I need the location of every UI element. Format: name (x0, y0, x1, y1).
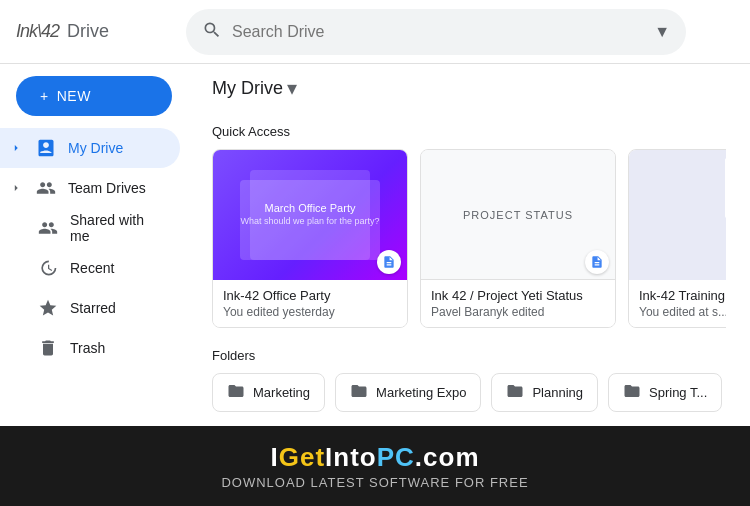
sidebar-item-my-drive[interactable]: My Drive (0, 128, 180, 168)
folder-marketing-label: Marketing (253, 385, 310, 400)
folder-planning-label: Planning (532, 385, 583, 400)
my-drive-icon (36, 138, 56, 158)
new-button-plus: + (40, 88, 49, 104)
folder-icon-2 (350, 382, 368, 403)
sidebar-item-recent-label: Recent (70, 260, 114, 276)
header: Ink\42 Drive ▼ (0, 0, 750, 64)
qa-card-subtitle-3: You edited at s... (639, 305, 726, 319)
sidebar-item-starred-label: Starred (70, 300, 116, 316)
qa-card-info-2: Ink 42 / Project Yeti Status Pavel Baran… (421, 280, 615, 327)
app-wrapper: Ink\42 Drive ▼ + NEW (0, 0, 750, 506)
doc-chip-1 (377, 250, 401, 274)
folder-marketing[interactable]: Marketing (212, 373, 325, 412)
trash-icon (38, 338, 58, 358)
sidebar-item-shared-label: Shared with me (70, 212, 164, 244)
sidebar-item-shared[interactable]: Shared with me (0, 208, 180, 248)
watermark-text-main: IGetIntoPC.com (221, 442, 528, 473)
search-dropdown-icon[interactable]: ▼ (654, 23, 670, 41)
qa-card-subtitle-2: Pavel Baranyk edited (431, 305, 605, 319)
watermark-text-sub: Download Latest Software for Free (221, 475, 528, 490)
folder-icon-3 (506, 382, 524, 403)
sidebar-item-starred[interactable]: Starred (0, 288, 180, 328)
sidebar-item-team-drives[interactable]: Team Drives (0, 168, 180, 208)
qa-card-info-1: Ink-42 Office Party You edited yesterday (213, 280, 407, 327)
expand-arrow-team-icon (8, 180, 24, 196)
folder-spring[interactable]: Spring T... (608, 373, 722, 412)
training-thumb (629, 150, 726, 280)
search-icon (202, 20, 222, 44)
search-bar[interactable]: ▼ (186, 9, 686, 55)
folder-marketing-expo[interactable]: Marketing Expo (335, 373, 481, 412)
qa-card-thumb-3 (629, 150, 726, 280)
doc-chip-2 (585, 250, 609, 274)
qa-card-subtitle-1: You edited yesterday (223, 305, 397, 319)
folder-planning[interactable]: Planning (491, 373, 598, 412)
sidebar-item-trash[interactable]: Trash (0, 328, 180, 368)
watermark-banner: IGetIntoPC.com Download Latest Software … (0, 426, 750, 506)
sidebar-item-my-drive-label: My Drive (68, 140, 123, 156)
folder-icon-4 (623, 382, 641, 403)
new-button-label: NEW (57, 88, 91, 104)
project-status-thumb-text: PROJECT STATUS (463, 209, 573, 221)
qa-card-project-yeti[interactable]: PROJECT STATUS Ink 42 / Project Yeti Sta… (420, 149, 616, 328)
recent-icon (38, 258, 58, 278)
watermark-inner: IGetIntoPC.com Download Latest Software … (221, 442, 528, 490)
drive-header: My Drive ▾ (188, 64, 750, 104)
expand-arrow-icon (8, 140, 24, 156)
qa-card-training[interactable]: Ink-42 Training You edited at s... (628, 149, 726, 328)
watermark-yellow: Get (279, 442, 325, 472)
sidebar-item-team-drives-label: Team Drives (68, 180, 146, 196)
qa-card-name-2: Ink 42 / Project Yeti Status (431, 288, 605, 303)
logo-area: Ink\42 Drive (16, 21, 186, 42)
folders-label: Folders (212, 348, 726, 363)
logo-product: Drive (67, 21, 109, 42)
office-party-thumb-text: March Office PartyWhat should we plan fo… (240, 202, 379, 226)
folder-spring-label: Spring T... (649, 385, 707, 400)
qa-card-thumb-2: PROJECT STATUS (421, 150, 615, 280)
qa-card-thumb-1: March Office PartyWhat should we plan fo… (213, 150, 407, 280)
qa-card-office-party[interactable]: March Office PartyWhat should we plan fo… (212, 149, 408, 328)
search-input[interactable] (232, 23, 644, 41)
logo-brand: Ink\42 (16, 21, 59, 42)
qa-card-name-3: Ink-42 Training (639, 288, 726, 303)
quick-access-row: March Office PartyWhat should we plan fo… (212, 149, 726, 328)
quick-access-label: Quick Access (212, 124, 726, 139)
starred-icon (38, 298, 58, 318)
sidebar-item-recent[interactable]: Recent (0, 248, 180, 288)
drive-dropdown-arrow[interactable]: ▾ (287, 76, 297, 100)
shared-icon (38, 218, 58, 238)
drive-title: My Drive (212, 78, 283, 99)
qa-card-info-3: Ink-42 Training You edited at s... (629, 280, 726, 327)
team-drives-icon (36, 178, 56, 198)
folder-marketing-expo-label: Marketing Expo (376, 385, 466, 400)
new-button[interactable]: + NEW (16, 76, 172, 116)
qa-card-name-1: Ink-42 Office Party (223, 288, 397, 303)
folders-row: Marketing Marketing Expo Planning (212, 373, 726, 412)
watermark-blue: PC (377, 442, 415, 472)
sidebar-item-trash-label: Trash (70, 340, 105, 356)
folder-icon-1 (227, 382, 245, 403)
